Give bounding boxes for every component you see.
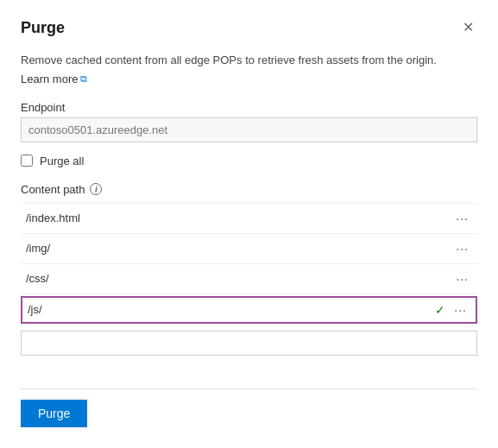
purge-all-label: Purge all xyxy=(40,155,84,167)
endpoint-input[interactable] xyxy=(21,117,477,142)
dialog-footer: Purge xyxy=(21,388,477,427)
purge-all-row: Purge all xyxy=(21,155,477,167)
learn-more-link[interactable]: Learn more ⧉ xyxy=(21,73,477,85)
path-row: /index.html ··· xyxy=(21,203,477,234)
purge-button[interactable]: Purge xyxy=(21,400,87,427)
path-row: /css/ ··· xyxy=(21,264,477,294)
checkmark-icon: ✓ xyxy=(435,303,445,317)
purge-dialog: Purge ✕ Remove cached content from all e… xyxy=(0,0,498,448)
path-text: /img/ xyxy=(26,242,452,255)
endpoint-label: Endpoint xyxy=(21,101,477,114)
path-more-button[interactable]: ··· xyxy=(452,241,472,256)
learn-more-label: Learn more xyxy=(21,73,78,85)
purge-all-checkbox[interactable] xyxy=(21,155,33,167)
active-path-text: /js/ xyxy=(28,303,435,316)
active-path-row: /js/ ✓ ··· xyxy=(21,296,477,324)
description-text: Remove cached content from all edge POPs… xyxy=(21,52,477,69)
path-text: /css/ xyxy=(26,272,452,285)
dialog-header: Purge ✕ xyxy=(21,17,477,38)
active-path-more-button[interactable]: ··· xyxy=(451,302,470,318)
content-path-section: Content path i xyxy=(21,183,477,196)
close-button[interactable]: ✕ xyxy=(459,17,477,38)
content-paths-list: /index.html ··· /img/ ··· /css/ ··· /js/… xyxy=(21,203,477,324)
info-icon[interactable]: i xyxy=(90,183,102,195)
new-path-input[interactable] xyxy=(21,331,477,356)
dialog-title: Purge xyxy=(21,19,65,37)
path-row: /img/ ··· xyxy=(21,234,477,264)
content-path-label: Content path xyxy=(21,183,85,196)
path-more-button[interactable]: ··· xyxy=(452,271,472,287)
path-text: /index.html xyxy=(26,211,452,224)
path-more-button[interactable]: ··· xyxy=(452,211,472,226)
external-link-icon: ⧉ xyxy=(80,73,87,85)
